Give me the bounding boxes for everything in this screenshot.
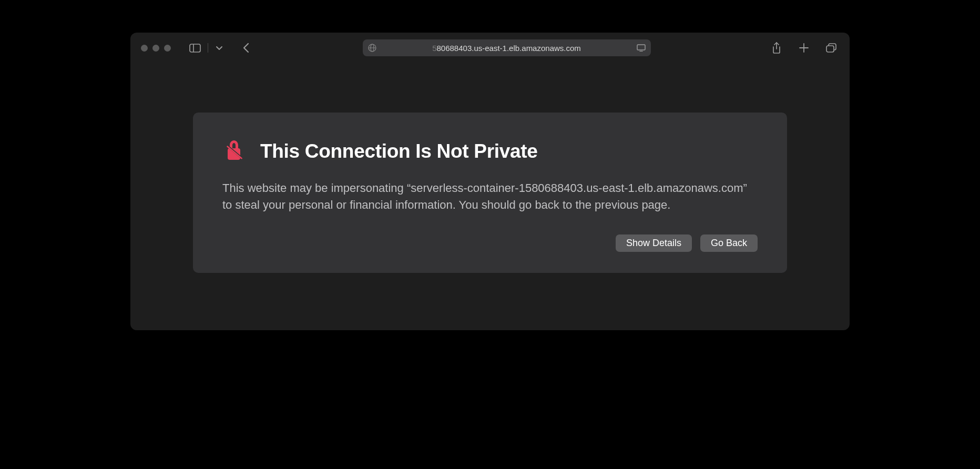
share-icon [772,42,781,54]
tab-overview-button[interactable] [823,40,839,55]
tabs-icon [826,43,836,53]
reader-icon[interactable] [637,44,646,52]
close-window-button[interactable] [141,45,148,52]
new-tab-button[interactable] [796,40,812,55]
minimize-window-button[interactable] [152,45,159,52]
warning-body-text: This website may be impersonating “serve… [222,180,758,213]
content-area: This Connection Is Not Private This webs… [130,63,850,330]
toolbar-divider [208,43,208,53]
warning-header: This Connection Is Not Private [222,138,758,165]
chevron-down-icon [216,45,223,50]
warning-title: This Connection Is Not Private [260,140,538,162]
svg-rect-9 [826,46,834,52]
plus-icon [799,43,809,53]
toolbar: 580688403.us-east-1.elb.amazonaws.com [130,33,850,63]
chevron-left-icon [243,43,250,53]
privacy-warning-panel: This Connection Is Not Private This webs… [193,113,787,273]
toolbar-left-group [186,40,256,55]
address-bar-container: 580688403.us-east-1.elb.amazonaws.com [260,39,754,56]
globe-icon [368,44,376,52]
svg-rect-5 [637,45,645,50]
window-controls [141,45,171,52]
go-back-button[interactable]: Go Back [700,234,758,252]
lock-slash-icon [222,138,246,165]
zoom-window-button[interactable] [164,45,171,52]
show-details-button[interactable]: Show Details [616,234,692,252]
address-text: 580688403.us-east-1.elb.amazonaws.com [382,44,631,53]
sidebar-toggle-button[interactable] [186,40,205,55]
toolbar-right-group [769,40,839,55]
share-button[interactable] [769,40,784,55]
svg-rect-0 [190,44,200,52]
browser-window: 580688403.us-east-1.elb.amazonaws.com [130,33,850,330]
back-button[interactable] [237,40,256,55]
warning-actions: Show Details Go Back [222,234,758,252]
sidebar-icon [189,44,201,53]
address-bar[interactable]: 580688403.us-east-1.elb.amazonaws.com [363,39,651,56]
tab-group-dropdown[interactable] [211,40,227,55]
